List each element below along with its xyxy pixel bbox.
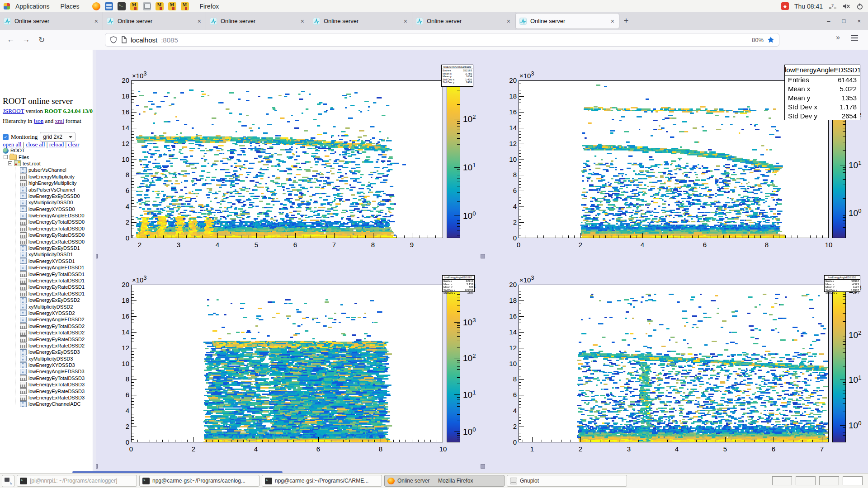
tree-item[interactable]: lowEnergyXYDSSD0: [0, 206, 93, 212]
stats-box[interactable]: lowEnergyAngleEDSSD1Entries61443Mean x5.…: [784, 65, 860, 120]
url-bar[interactable]: localhost:8085 80%: [105, 33, 779, 47]
notification-icon[interactable]: ◆: [781, 2, 789, 10]
stats-box[interactable]: lowEnergyAngleEDSSD3Entries99918Mean x4.…: [824, 275, 860, 292]
clock[interactable]: Thu 08:41: [794, 3, 823, 10]
tree-item[interactable]: lowEnergyAngleEDSSD0: [0, 212, 93, 219]
workspace-cell[interactable]: [843, 476, 863, 485]
grid-layout-select[interactable]: grid 2x2: [40, 132, 75, 142]
power-icon[interactable]: [856, 3, 863, 10]
stats-box[interactable]: lowEnergyAngleEDSSD2Entries12713Mean x5.…: [442, 275, 475, 292]
midas-icon[interactable]: [168, 2, 176, 10]
pad-resize-handle[interactable]: [481, 464, 485, 469]
histogram-canvas-lowEnergyAngleEDSSD1[interactable]: [519, 80, 829, 238]
places-menu[interactable]: Places: [55, 0, 85, 12]
terminal-icon[interactable]: [118, 2, 126, 10]
tree-item[interactable]: lowEnergyExRateDSSD3: [0, 394, 93, 401]
tree-item[interactable]: lowEnergyEyRateDSSD0: [0, 232, 93, 238]
stats-box[interactable]: lowEnergyAngleEDSSD0Entries352183Mean x3…: [441, 65, 473, 87]
tree-item[interactable]: lowEnergyExRateDSSD1: [0, 291, 93, 297]
tab-close-icon[interactable]: ×: [403, 18, 408, 25]
tree-item-files[interactable]: Files: [0, 154, 93, 160]
json-link[interactable]: json: [34, 117, 44, 124]
horizontal-scrollbar-thumb[interactable]: [72, 471, 283, 473]
sidebar-scrollbar[interactable]: [93, 50, 96, 473]
midas-icon[interactable]: [130, 2, 138, 10]
tab-close-icon[interactable]: ×: [506, 18, 511, 25]
tree-item[interactable]: lowEnergyExTotalDSSD3: [0, 381, 93, 388]
taskbar-button[interactable]: npg@carme-gsi:~/Programs/CARME...: [262, 475, 382, 487]
tree-item[interactable]: lowEnergyExTotalDSSD0: [0, 225, 93, 232]
tree-item[interactable]: xyMultiplicityDSSD2: [0, 303, 93, 310]
tree-item[interactable]: lowEnergyExEyDSSD0: [0, 193, 93, 199]
workspace-cell[interactable]: [772, 476, 792, 485]
histogram-canvas-lowEnergyAngleEDSSD3[interactable]: [519, 285, 829, 442]
window-minimize-button[interactable]: –: [827, 18, 830, 24]
overflow-menu-button[interactable]: »: [836, 33, 840, 42]
browser-tab[interactable]: Online server×: [412, 12, 515, 30]
back-button[interactable]: ←: [5, 33, 17, 46]
histogram-canvas-lowEnergyAngleEDSSD2[interactable]: [131, 285, 443, 442]
browser-tab[interactable]: Online server×: [516, 14, 619, 28]
tree-item[interactable]: lowEnergyChannelADC: [0, 401, 93, 407]
color-palette-bar[interactable]: [832, 288, 846, 442]
tree-item[interactable]: absPulserVsChannel: [0, 186, 93, 192]
tree-item[interactable]: lowEnergyAngleEDSSD3: [0, 368, 93, 375]
monitoring-checkbox[interactable]: ✓: [3, 134, 9, 140]
action-close-all[interactable]: close all: [26, 141, 45, 148]
reload-button[interactable]: ↻: [35, 33, 48, 46]
tree-item[interactable]: lowEnergyMultiplicity: [0, 174, 93, 180]
tree-item[interactable]: lowEnergyXYDSSD1: [0, 258, 93, 264]
tree-item[interactable]: lowEnergyEyTotalDSSD3: [0, 375, 93, 381]
applications-menu-icon[interactable]: [4, 3, 10, 9]
tree-item-test-root[interactable]: test.root: [0, 160, 93, 167]
menu-hamburger-icon[interactable]: [851, 35, 858, 36]
screenshot-icon[interactable]: [143, 2, 151, 10]
browser-tab[interactable]: Online server×: [103, 12, 206, 30]
tree-item[interactable]: lowEnergyXYDSSD3: [0, 362, 93, 368]
pad-resize-handle[interactable]: [96, 464, 98, 469]
taskbar-button[interactable]: Gnuplot: [507, 475, 627, 487]
tree-item[interactable]: highEnergyMultiplicity: [0, 180, 93, 186]
collapse-icon[interactable]: [4, 155, 8, 159]
files-icon[interactable]: [105, 2, 113, 10]
color-palette-bar[interactable]: [447, 84, 460, 238]
shield-icon[interactable]: [110, 36, 117, 43]
taskbar-button[interactable]: npg@carme-gsi:~/Programs/caenlog...: [139, 475, 259, 487]
taskbar-button[interactable]: Online server — Mozilla Firefox: [384, 475, 505, 487]
show-desktop-button[interactable]: [2, 475, 14, 487]
tab-close-icon[interactable]: ×: [197, 18, 202, 25]
page-info-icon[interactable]: [121, 36, 127, 43]
bookmark-star-icon[interactable]: [767, 36, 774, 43]
workspace-cell[interactable]: [819, 476, 839, 485]
tree-item[interactable]: lowEnergyExRateDSSD2: [0, 343, 93, 349]
pad-resize-handle[interactable]: [96, 254, 98, 258]
firefox-icon[interactable]: [92, 2, 100, 10]
tree-item[interactable]: lowEnergyEyTotalDSSD0: [0, 219, 93, 225]
midas-icon[interactable]: [181, 2, 189, 10]
tree-item[interactable]: xyMultiplicityDSSD3: [0, 356, 93, 362]
tree-item[interactable]: lowEnergyAngleEDSSD1: [0, 264, 93, 271]
browser-tab[interactable]: Online server×: [0, 12, 103, 30]
tab-close-icon[interactable]: ×: [94, 18, 99, 25]
new-tab-button[interactable]: +: [619, 12, 633, 30]
network-status-icon[interactable]: ?: [828, 3, 837, 10]
tree-item[interactable]: pulserVsChannel: [0, 167, 93, 173]
tree-item[interactable]: lowEnergyExEyDSSD3: [0, 349, 93, 355]
volume-muted-icon[interactable]: [843, 3, 851, 10]
pad-resize-handle[interactable]: [481, 254, 485, 258]
tree-item[interactable]: lowEnergyEyTotalDSSD2: [0, 323, 93, 329]
tree-item-root[interactable]: ROOT: [0, 147, 93, 154]
tab-close-icon[interactable]: ×: [610, 18, 615, 25]
window-close-button[interactable]: ×: [857, 18, 861, 24]
jsroot-link[interactable]: JSROOT: [3, 108, 24, 114]
tree-item[interactable]: xyMultiplicityDSSD1: [0, 251, 93, 258]
action-reload[interactable]: reload: [49, 141, 64, 148]
tree-item[interactable]: lowEnergyXYDSSD2: [0, 310, 93, 316]
tree-item[interactable]: lowEnergyEyRateDSSD3: [0, 388, 93, 394]
taskbar-button[interactable]: [pi@nnrpi1: ~/Programs/caenlogger]: [17, 475, 137, 487]
zoom-level-button[interactable]: 80%: [752, 37, 764, 43]
tree-item[interactable]: lowEnergyExTotalDSSD2: [0, 329, 93, 336]
tree-item[interactable]: lowEnergyExEyDSSD2: [0, 297, 93, 303]
forward-button[interactable]: →: [20, 33, 33, 46]
tree-item[interactable]: lowEnergyEyRateDSSD1: [0, 284, 93, 290]
